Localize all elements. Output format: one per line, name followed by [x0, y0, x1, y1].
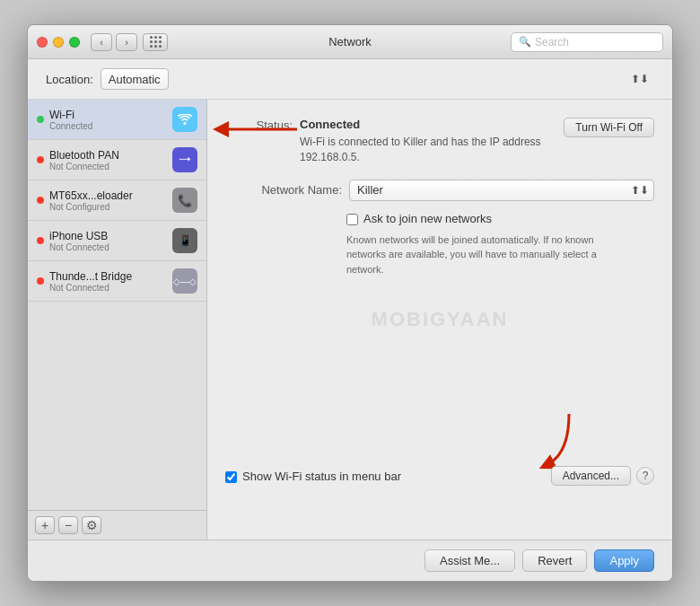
turn-wifi-off-button[interactable]: Turn Wi-Fi Off	[564, 118, 654, 137]
svg-point-0	[183, 122, 186, 125]
thunderbolt-status: Not Connected	[49, 283, 172, 293]
close-button[interactable]	[37, 37, 48, 48]
search-placeholder: Search	[535, 36, 569, 48]
titlebar: ‹ › Network 🔍 Search	[28, 25, 672, 59]
bluetooth-name: Bluetooth PAN	[49, 149, 172, 162]
main-panel: MOBIGYAAN Status: Connected Wi-Fi is con…	[207, 100, 672, 540]
grid-view-button[interactable]	[143, 33, 168, 51]
network-name-label: Network Name:	[243, 183, 342, 197]
sidebar-item-bluetooth[interactable]: Bluetooth PAN Not Connected ⭢	[28, 140, 206, 180]
thunderbolt-icon: ◇—◇	[172, 268, 197, 294]
ask-join-checkbox[interactable]	[346, 214, 358, 225]
apply-button[interactable]: Apply	[594, 549, 654, 572]
nav-buttons: ‹ ›	[91, 33, 137, 51]
wifi-name: Wi-Fi	[49, 109, 172, 121]
ask-join-section: Ask to join new networks Known networks …	[346, 212, 654, 277]
thunderbolt-name: Thunde...t Bridge	[49, 270, 172, 283]
sidebar-item-wifi[interactable]: Wi-Fi Connected	[28, 100, 206, 140]
show-wifi-row: Show Wi-Fi status in menu bar	[225, 470, 401, 483]
location-select[interactable]: Automatic	[101, 68, 169, 90]
status-dot-mt65	[37, 197, 44, 204]
wifi-status: Connected	[49, 121, 172, 131]
status-connected-text: Connected	[300, 118, 360, 131]
wifi-icon	[172, 107, 197, 132]
help-button[interactable]: ?	[636, 467, 654, 485]
network-name-row: Network Name: Killer ⬆⬇	[243, 180, 654, 201]
iphone-name: iPhone USB	[49, 230, 172, 242]
sidebar: Wi-Fi Connected Bluetooth PAN	[28, 100, 207, 540]
phone-icon: 📞	[172, 188, 197, 213]
status-dot-iphone	[37, 237, 44, 244]
mt65-status: Not Configured	[49, 202, 172, 212]
footer: Assist Me... Revert Apply	[28, 540, 672, 581]
traffic-lights	[37, 37, 80, 48]
sidebar-item-thunderbolt[interactable]: Thunde...t Bridge Not Connected ◇—◇	[28, 261, 206, 302]
iphone-icon: 📱	[172, 228, 197, 253]
sidebar-list: Wi-Fi Connected Bluetooth PAN	[28, 100, 206, 510]
ask-join-row: Ask to join new networks	[346, 212, 654, 225]
status-dot-thunderbolt	[37, 277, 44, 285]
back-button[interactable]: ‹	[91, 33, 112, 51]
red-arrow-down	[515, 409, 587, 472]
add-connection-button[interactable]: +	[35, 516, 55, 534]
location-label: Location:	[46, 73, 93, 86]
status-detail-text: Wi-Fi is connected to Killer and has the…	[300, 135, 564, 165]
settings-button[interactable]: ⚙	[82, 516, 101, 534]
show-wifi-checkbox[interactable]	[225, 471, 237, 483]
sidebar-bottom: + − ⚙	[28, 510, 206, 540]
minimize-button[interactable]	[53, 37, 64, 48]
advanced-button[interactable]: Advanced...	[551, 466, 631, 486]
sidebar-item-mt65[interactable]: MT65xx...eloader Not Configured 📞	[28, 180, 206, 221]
watermark: MOBIGYAAN	[372, 308, 509, 331]
show-wifi-label: Show Wi-Fi status in menu bar	[242, 470, 401, 483]
network-name-select-wrapper: Killer ⬆⬇	[349, 180, 654, 201]
status-row: Status: Connected Wi-Fi is connected to …	[243, 118, 654, 165]
bottom-options: Show Wi-Fi status in menu bar Advanced..…	[225, 466, 654, 486]
status-label-text: Status:	[243, 118, 293, 132]
select-arrow-icon: ⬆⬇	[631, 73, 649, 85]
window-title: Network	[328, 35, 372, 48]
location-row: Location: Automatic ⬆⬇	[28, 59, 672, 100]
status-dot-bluetooth	[37, 156, 44, 163]
content-area: Wi-Fi Connected Bluetooth PAN	[28, 100, 672, 540]
remove-connection-button[interactable]: −	[58, 516, 78, 534]
ask-join-label: Ask to join new networks	[363, 212, 492, 225]
network-name-select[interactable]: Killer	[349, 180, 654, 201]
search-icon: 🔍	[519, 36, 531, 48]
ask-join-detail: Known networks will be joined automatica…	[346, 233, 598, 277]
status-info: Connected Wi-Fi is connected to Killer a…	[300, 118, 564, 165]
maximize-button[interactable]	[69, 37, 80, 48]
sidebar-item-iphone[interactable]: iPhone USB Not Connected 📱	[28, 221, 206, 261]
revert-button[interactable]: Revert	[522, 549, 587, 572]
bluetooth-status: Not Connected	[49, 162, 172, 171]
mt65-name: MT65xx...eloader	[49, 189, 172, 202]
search-box[interactable]: 🔍 Search	[511, 32, 663, 52]
forward-button[interactable]: ›	[116, 33, 137, 51]
iphone-status: Not Connected	[49, 242, 172, 252]
assist-me-button[interactable]: Assist Me...	[424, 549, 515, 572]
network-preferences-window: ‹ › Network 🔍 Search Location: Automatic…	[27, 24, 673, 582]
bluetooth-icon: ⭢	[172, 147, 197, 172]
status-dot-wifi	[37, 116, 44, 123]
location-select-wrapper: Automatic ⬆⬇	[101, 68, 654, 90]
